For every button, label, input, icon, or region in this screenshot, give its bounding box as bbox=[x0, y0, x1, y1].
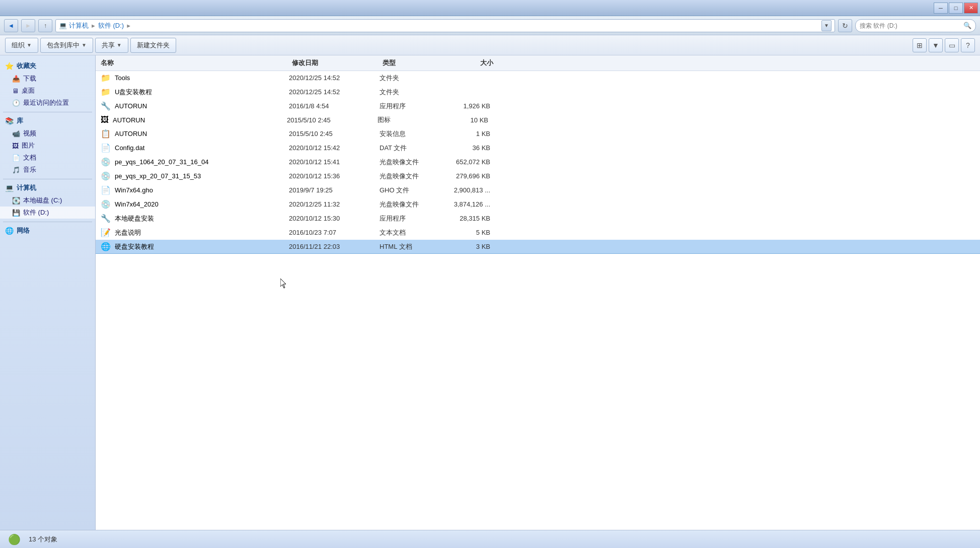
sidebar-item-download[interactable]: 📥 下载 bbox=[0, 73, 95, 85]
table-row[interactable]: 🖼AUTORUN2015/5/10 2:45图标10 KB bbox=[96, 113, 980, 127]
sidebar-computer-header[interactable]: 💻 计算机 bbox=[0, 181, 95, 194]
file-type: GHO 文件 bbox=[380, 186, 440, 195]
table-row[interactable]: 💿pe_yqs_xp_20_07_31_15_532020/10/12 15:3… bbox=[96, 169, 980, 183]
sidebar-item-software-disk[interactable]: 💾 软件 (D:) bbox=[0, 207, 95, 219]
software-disk-label: 软件 (D:) bbox=[23, 208, 49, 217]
sidebar-network-header[interactable]: 🌐 网络 bbox=[0, 224, 95, 237]
file-icon: 💿 bbox=[101, 157, 111, 167]
view-toggle-button[interactable]: ⊞ bbox=[913, 38, 927, 52]
sidebar-item-video[interactable]: 📹 视频 bbox=[0, 127, 95, 140]
file-icon: 📁 bbox=[101, 87, 111, 97]
file-date: 2020/10/12 15:30 bbox=[289, 215, 380, 222]
column-header-type[interactable]: 类型 bbox=[383, 58, 443, 67]
window-controls: ─ □ ✕ bbox=[934, 3, 978, 14]
view-dropdown-button[interactable]: ▼ bbox=[929, 38, 943, 52]
search-input[interactable] bbox=[860, 22, 961, 29]
sidebar-divider-2 bbox=[3, 179, 92, 179]
recent-icon: 🕐 bbox=[12, 99, 20, 107]
sidebar-library-header[interactable]: 📚 库 bbox=[0, 114, 95, 127]
new-folder-label: 新建文件夹 bbox=[137, 41, 170, 50]
table-row[interactable]: 🔧AUTORUN2016/1/8 4:54应用程序1,926 KB bbox=[96, 99, 980, 113]
new-folder-button[interactable]: 新建文件夹 bbox=[130, 38, 176, 53]
table-row[interactable]: 🔧本地硬盘安装2020/10/12 15:30应用程序28,315 KB bbox=[96, 212, 980, 226]
file-date: 2020/12/25 14:52 bbox=[289, 88, 380, 96]
sidebar-item-document[interactable]: 📄 文档 bbox=[0, 152, 95, 164]
maximize-button[interactable]: □ bbox=[949, 3, 963, 14]
column-header-date[interactable]: 修改日期 bbox=[292, 58, 383, 67]
forward-button[interactable]: ► bbox=[21, 19, 35, 32]
file-type: 文件夹 bbox=[380, 88, 440, 97]
table-row[interactable]: 📄Win7x64.gho2019/9/7 19:25GHO 文件2,900,81… bbox=[96, 183, 980, 197]
share-button[interactable]: 共享 ▼ bbox=[95, 38, 128, 53]
file-type: 应用程序 bbox=[380, 102, 440, 111]
desktop-icon: 🖥 bbox=[12, 87, 19, 95]
status-logo-icon: 🟢 bbox=[8, 533, 21, 545]
search-icon[interactable]: 🔍 bbox=[963, 22, 971, 29]
table-row[interactable]: 💿pe_yqs_1064_20_07_31_16_042020/10/12 15… bbox=[96, 155, 980, 169]
table-row[interactable]: 📝光盘说明2016/10/23 7:07文本文档5 KB bbox=[96, 226, 980, 240]
table-row[interactable]: 💿Win7x64_20202020/12/25 11:32光盘映像文件3,874… bbox=[96, 197, 980, 212]
table-row[interactable]: 📁Tools2020/12/25 14:52文件夹 bbox=[96, 71, 980, 85]
table-row[interactable]: 📋AUTORUN2015/5/10 2:45安装信息1 KB bbox=[96, 127, 980, 141]
file-icon: 📁 bbox=[101, 73, 111, 83]
network-icon: 🌐 bbox=[5, 227, 14, 235]
breadcrumb-computer[interactable]: 计算机 bbox=[69, 21, 89, 30]
file-size: 652,072 KB bbox=[440, 158, 500, 166]
toolbar: 组织 ▼ 包含到库中 ▼ 共享 ▼ 新建文件夹 ⊞ ▼ ▭ ? bbox=[0, 35, 980, 55]
file-size: 3 KB bbox=[440, 243, 500, 250]
up-button[interactable]: ↑ bbox=[38, 19, 52, 32]
sidebar-divider-1 bbox=[3, 112, 92, 112]
sidebar-item-recent[interactable]: 🕐 最近访问的位置 bbox=[0, 97, 95, 109]
column-header-name[interactable]: 名称 bbox=[101, 58, 292, 67]
organize-button[interactable]: 组织 ▼ bbox=[5, 38, 38, 53]
image-icon: 🖼 bbox=[12, 142, 19, 150]
sidebar-item-music[interactable]: 🎵 音乐 bbox=[0, 164, 95, 176]
status-bar: 🟢 13 个对象 bbox=[0, 530, 980, 548]
sidebar-favorites-header[interactable]: ⭐ 收藏夹 bbox=[0, 59, 95, 73]
breadcrumb-separator-1: ► bbox=[91, 23, 96, 29]
show-preview-button[interactable]: ▭ bbox=[945, 38, 959, 52]
file-size: 2,900,813 ... bbox=[440, 186, 500, 194]
library-label: 库 bbox=[17, 116, 23, 125]
file-name: pe_yqs_1064_20_07_31_16_04 bbox=[115, 158, 289, 166]
table-row[interactable]: 🌐硬盘安装教程2016/11/21 22:03HTML 文档3 KB bbox=[96, 240, 980, 254]
include-library-button[interactable]: 包含到库中 ▼ bbox=[40, 38, 93, 53]
minimize-button[interactable]: ─ bbox=[934, 3, 948, 14]
file-name: AUTORUN bbox=[115, 130, 289, 138]
help-button[interactable]: ? bbox=[961, 38, 975, 52]
download-label: 下载 bbox=[23, 74, 36, 83]
title-bar: ─ □ ✕ bbox=[0, 0, 980, 16]
breadcrumb-bar: 💻 计算机 ► 软件 (D:) ► ▼ bbox=[55, 19, 835, 32]
file-type: DAT 文件 bbox=[380, 144, 440, 153]
file-icon: 📋 bbox=[101, 129, 111, 139]
file-icon: 📄 bbox=[101, 143, 111, 153]
sidebar-item-local-disk[interactable]: 💽 本地磁盘 (C:) bbox=[0, 194, 95, 207]
sidebar-favorites-section: ⭐ 收藏夹 📥 下载 🖥 桌面 🕐 最近访问的位置 bbox=[0, 59, 95, 109]
download-icon: 📥 bbox=[12, 75, 20, 83]
file-date: 2020/12/25 14:52 bbox=[289, 74, 380, 82]
file-icon: 📄 bbox=[101, 185, 111, 195]
file-icon: 📝 bbox=[101, 228, 111, 237]
file-rows-container: 📁Tools2020/12/25 14:52文件夹📁U盘安装教程2020/12/… bbox=[96, 71, 980, 254]
file-type: 光盘映像文件 bbox=[380, 200, 440, 209]
computer-sidebar-icon: 💻 bbox=[5, 184, 14, 192]
close-button[interactable]: ✕ bbox=[964, 3, 978, 14]
column-header-size[interactable]: 大小 bbox=[443, 58, 503, 67]
sidebar-computer-section: 💻 计算机 💽 本地磁盘 (C:) 💾 软件 (D:) bbox=[0, 181, 95, 219]
file-name: AUTORUN bbox=[113, 116, 287, 124]
file-size: 28,315 KB bbox=[440, 215, 500, 222]
music-label: 音乐 bbox=[23, 165, 36, 174]
back-button[interactable]: ◄ bbox=[4, 19, 18, 32]
table-row[interactable]: 📁U盘安装教程2020/12/25 14:52文件夹 bbox=[96, 85, 980, 99]
file-size: 36 KB bbox=[440, 144, 500, 152]
local-disk-icon: 💽 bbox=[12, 197, 20, 204]
file-type: 光盘映像文件 bbox=[380, 158, 440, 167]
sidebar: ⭐ 收藏夹 📥 下载 🖥 桌面 🕐 最近访问的位置 📚 库 bbox=[0, 55, 96, 530]
sidebar-item-image[interactable]: 🖼 图片 bbox=[0, 140, 95, 152]
refresh-button[interactable]: ↻ bbox=[838, 19, 852, 32]
breadcrumb-drive[interactable]: 软件 (D:) bbox=[98, 21, 124, 30]
sidebar-item-desktop[interactable]: 🖥 桌面 bbox=[0, 85, 95, 97]
file-size: 5 KB bbox=[440, 229, 500, 236]
table-row[interactable]: 📄Config.dat2020/10/12 15:42DAT 文件36 KB bbox=[96, 141, 980, 155]
breadcrumb-dropdown-button[interactable]: ▼ bbox=[821, 20, 832, 31]
